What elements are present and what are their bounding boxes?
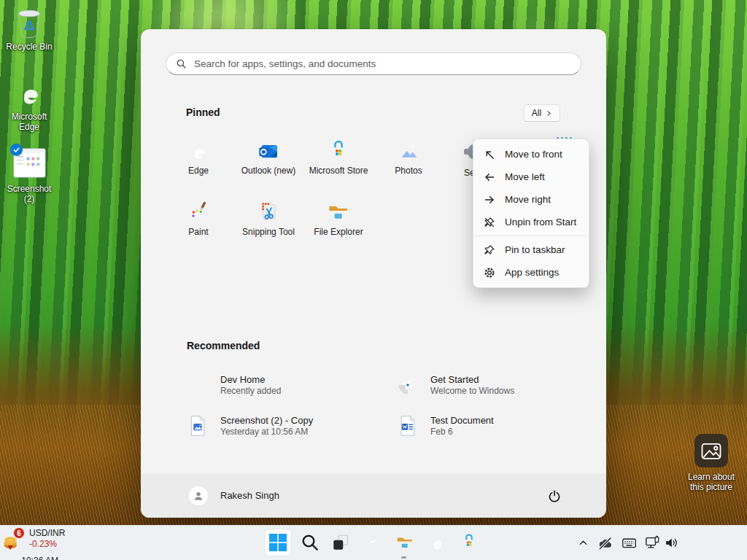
context-menu-label: Unpin from Start (505, 217, 576, 228)
copilot-icon[interactable] (363, 533, 382, 552)
recommended-test-document[interactable]: Test Document Feb 6 (397, 409, 594, 443)
app-context-menu: Move to front Move left Move right Unpin… (473, 139, 589, 288)
recycle-bin-icon (12, 6, 46, 39)
recommended-item-title: Screenshot (2) - Copy (220, 415, 313, 427)
pinned-app-microsoft-store[interactable]: Microsoft Store (306, 139, 371, 176)
taskbar: 6 USD/INR -0.23% 10:36 AM 3/19/2025 (0, 525, 747, 560)
recommended-item-subtitle: Recently added (220, 386, 281, 397)
picture-icon (697, 436, 726, 465)
edge-icon (12, 76, 46, 109)
search-input[interactable] (187, 58, 581, 69)
desktop-wallpaper: Recycle Bin Microsoft Edge Screenshot (2… (0, 0, 747, 560)
volume-icon[interactable] (664, 535, 679, 551)
onedrive-paused-icon[interactable] (598, 536, 613, 551)
context-menu-label: Move left (505, 171, 545, 182)
pinned-app-label: Paint (166, 228, 231, 237)
recommended-item-title: Dev Home (220, 374, 281, 386)
recommended-dev-home[interactable]: Dev Home Recently added (187, 368, 384, 402)
recommended-screenshot-copy[interactable]: Screenshot (2) - Copy Yesterday at 10:56… (187, 409, 384, 443)
photos-icon (397, 139, 420, 163)
image-file-icon (187, 415, 209, 437)
widgets-button[interactable]: 6 USD/INR -0.23% (0, 526, 109, 555)
pinned-app-label: Outlook (new) (236, 166, 301, 176)
pinned-app-label: Edge (166, 166, 231, 176)
pinned-app-edge[interactable]: Edge (166, 139, 231, 176)
taskbar-clock[interactable]: 10:36 AM 3/19/2025 (0, 555, 58, 560)
pin-icon (484, 244, 495, 256)
start-menu-user-bar: Rakesh Singh (141, 474, 606, 518)
desktop-icon-label: Screenshot (2) (1, 184, 58, 204)
context-menu-unpin-from-start[interactable]: Unpin from Start (473, 211, 589, 233)
task-view-icon[interactable] (331, 533, 350, 552)
running-indicator (401, 556, 406, 559)
start-search-box[interactable] (166, 52, 581, 75)
chevron-down-icon (7, 545, 13, 550)
pinned-app-label: File Explorer (306, 228, 371, 237)
selected-check-badge (10, 144, 23, 156)
clock-time: 10:36 AM (0, 555, 58, 560)
move-to-front-icon (484, 149, 495, 160)
touch-keyboard-icon[interactable] (622, 535, 637, 551)
context-menu-label: Pin to taskbar (505, 244, 565, 255)
recommended-item-title: Test Document (430, 415, 494, 427)
learn-about-picture-label: Learn about this picture (683, 472, 740, 492)
context-menu-pin-to-taskbar[interactable]: Pin to taskbar (473, 238, 589, 261)
arrow-right-icon (484, 194, 495, 206)
pinned-all-button[interactable]: All (524, 104, 560, 122)
get-started-icon (397, 374, 419, 396)
pinned-app-label: Microsoft Store (306, 166, 371, 176)
context-menu-app-settings[interactable]: App settings (473, 261, 589, 284)
tray-chevron-up-icon[interactable] (578, 537, 589, 548)
microsoft-store-icon (327, 139, 350, 163)
user-avatar[interactable] (189, 486, 208, 505)
check-icon (12, 146, 20, 154)
context-menu-move-right[interactable]: Move right (473, 188, 589, 211)
notification-badge: 6 (13, 527, 25, 539)
file-explorer-taskbar-icon[interactable] (395, 533, 414, 552)
paint-icon (187, 201, 210, 224)
desktop-icon-label: Microsoft Edge (1, 112, 58, 132)
user-name[interactable]: Rakesh Singh (220, 490, 279, 501)
recommended-section-title: Recommended (187, 340, 260, 351)
context-menu-move-to-front[interactable]: Move to front (473, 143, 589, 166)
widget-change: -0.23% (29, 539, 65, 550)
arrow-left-icon (484, 171, 495, 183)
pinned-app-photos[interactable]: Photos (376, 139, 441, 176)
recommended-get-started[interactable]: Get Started Welcome to Windows (397, 368, 594, 402)
edge-icon (187, 139, 210, 163)
pinned-app-snipping-tool[interactable]: Snipping Tool (236, 201, 301, 237)
edge-taskbar-icon[interactable] (427, 533, 446, 552)
recommended-item-subtitle: Feb 6 (430, 427, 494, 438)
learn-about-picture-tile[interactable] (694, 434, 728, 467)
dev-home-icon (187, 374, 209, 396)
desktop-icon-recycle-bin[interactable]: Recycle Bin (1, 6, 58, 52)
pinned-app-paint[interactable]: Paint (166, 201, 231, 237)
context-menu-label: Move to front (505, 149, 562, 160)
pinned-app-file-explorer[interactable]: File Explorer (306, 201, 371, 237)
network-icon[interactable] (644, 534, 660, 551)
unpin-icon (484, 217, 495, 228)
all-button-label: All (532, 108, 541, 118)
store-taskbar-icon[interactable] (460, 533, 479, 552)
power-button[interactable] (543, 485, 565, 507)
start-menu-panel: Pinned All Edge Outlook (new) Microsoft … (141, 29, 606, 518)
desktop-icon-screenshot-2[interactable]: Screenshot (2) (1, 147, 58, 204)
snipping-tool-icon (257, 201, 280, 224)
context-menu-move-left[interactable]: Move left (473, 166, 589, 188)
outlook-icon (257, 139, 280, 163)
chevron-right-icon (546, 110, 552, 117)
desktop-icon-label: Recycle Bin (1, 42, 58, 52)
gear-icon (484, 267, 495, 279)
widget-currency-pair: USD/INR (29, 528, 65, 539)
recommended-item-subtitle: Welcome to Windows (430, 386, 514, 397)
recommended-item-subtitle: Yesterday at 10:56 AM (220, 427, 313, 438)
settings-icon-partial[interactable] (463, 141, 473, 163)
learn-about-picture[interactable]: Learn about this picture (678, 434, 744, 492)
pinned-app-label: Photos (376, 166, 441, 176)
recommended-item-title: Get Started (430, 374, 514, 386)
person-icon (193, 490, 204, 502)
desktop-icon-microsoft-edge[interactable]: Microsoft Edge (1, 76, 58, 132)
windows-start-icon[interactable] (268, 533, 287, 552)
taskbar-search-icon[interactable] (301, 533, 320, 552)
pinned-app-outlook-new[interactable]: Outlook (new) (236, 139, 301, 176)
